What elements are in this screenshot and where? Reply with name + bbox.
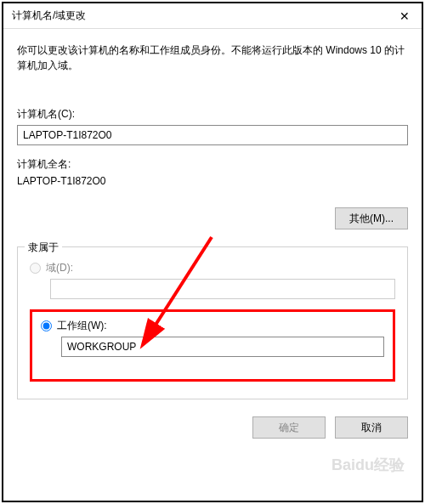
workgroup-label: 工作组(W): <box>57 319 107 333</box>
annotation-highlight: 工作组(W): <box>30 309 395 382</box>
titlebar[interactable]: 计算机名/域更改 ✕ <box>3 3 422 29</box>
close-icon: ✕ <box>400 9 410 23</box>
domain-input <box>50 279 395 299</box>
domain-radio <box>30 263 41 274</box>
computer-name-input[interactable] <box>17 125 408 145</box>
workgroup-radio-row[interactable]: 工作组(W): <box>41 319 384 333</box>
membership-fieldset: 隶属于 域(D): 工作组(W): <box>17 246 408 399</box>
membership-legend: 隶属于 <box>25 241 62 255</box>
dialog-description: 你可以更改该计算机的名称和工作组成员身份。不能将运行此版本的 Windows 1… <box>17 42 408 73</box>
fullname-value: LAPTOP-T1I872O0 <box>17 175 408 187</box>
fullname-label: 计算机全名: <box>17 157 408 172</box>
watermark: Baidu经验 <box>332 455 405 475</box>
window-title: 计算机名/域更改 <box>12 8 86 23</box>
ok-button: 确定 <box>252 416 326 439</box>
workgroup-radio[interactable] <box>41 320 52 331</box>
cancel-button[interactable]: 取消 <box>335 416 408 439</box>
computer-name-label: 计算机名(C): <box>17 107 408 122</box>
other-button[interactable]: 其他(M)... <box>335 207 408 229</box>
close-button[interactable]: ✕ <box>388 3 422 29</box>
domain-radio-row: 域(D): <box>30 261 395 275</box>
workgroup-input[interactable] <box>61 337 384 357</box>
domain-label: 域(D): <box>46 261 73 275</box>
